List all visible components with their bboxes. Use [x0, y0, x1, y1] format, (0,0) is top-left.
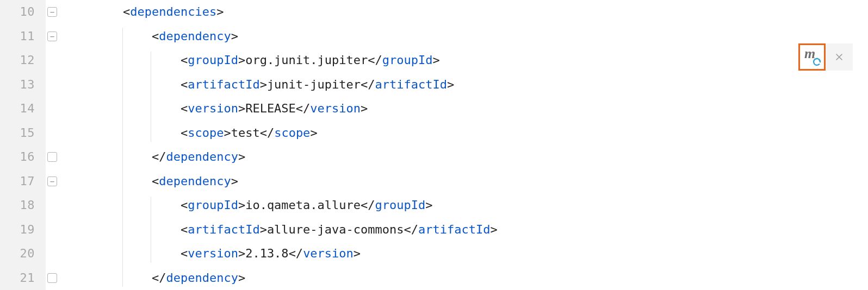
- code-line[interactable]: <dependency>: [60, 24, 868, 49]
- refresh-icon: [812, 57, 822, 67]
- line-number: 18: [0, 193, 35, 218]
- code-line[interactable]: <artifactId>junit-jupiter</artifactId>: [60, 73, 868, 97]
- close-icon: [835, 53, 844, 61]
- code-area[interactable]: <dependencies> <dependency> <groupId>org…: [60, 0, 868, 290]
- indent-guide: [122, 28, 123, 287]
- line-number: 15: [0, 121, 35, 146]
- code-line[interactable]: <artifactId>allure-java-commons</artifac…: [60, 218, 868, 242]
- fold-collapse-icon[interactable]: [47, 31, 57, 41]
- line-number: 14: [0, 97, 35, 121]
- line-number: 10: [0, 0, 35, 24]
- code-line[interactable]: <version>RELEASE</version>: [60, 97, 868, 121]
- fold-column: [46, 0, 60, 290]
- indent-guide: [151, 197, 151, 263]
- line-number: 19: [0, 218, 35, 242]
- code-line[interactable]: <dependency>: [60, 169, 868, 194]
- line-number: 20: [0, 242, 35, 266]
- line-number: 13: [0, 73, 35, 97]
- code-line[interactable]: <groupId>org.junit.jupiter</groupId>: [60, 48, 868, 73]
- fold-end-icon[interactable]: [47, 152, 57, 162]
- line-number: 21: [0, 266, 35, 291]
- line-number-gutter: 101112131415161718192021: [0, 0, 46, 290]
- line-number: 17: [0, 169, 35, 194]
- code-line[interactable]: <dependencies>: [60, 0, 868, 24]
- line-number: 11: [0, 24, 35, 49]
- code-editor[interactable]: 101112131415161718192021 <dependencies> …: [0, 0, 868, 290]
- code-line[interactable]: <scope>test</scope>: [60, 121, 868, 146]
- indent-guide: [151, 52, 151, 142]
- close-button[interactable]: [826, 43, 853, 71]
- line-number: 12: [0, 48, 35, 73]
- line-number: 16: [0, 145, 35, 169]
- code-line[interactable]: </dependency>: [60, 145, 868, 169]
- code-line[interactable]: <groupId>io.qameta.allure</groupId>: [60, 193, 868, 218]
- floating-toolbar: m: [798, 43, 853, 71]
- fold-collapse-icon[interactable]: [47, 7, 57, 17]
- code-line[interactable]: <version>2.13.8</version>: [60, 242, 868, 266]
- code-line[interactable]: </dependency>: [60, 266, 868, 291]
- maven-reload-button[interactable]: m: [798, 43, 826, 71]
- fold-collapse-icon[interactable]: [47, 176, 57, 186]
- fold-end-icon[interactable]: [47, 273, 57, 283]
